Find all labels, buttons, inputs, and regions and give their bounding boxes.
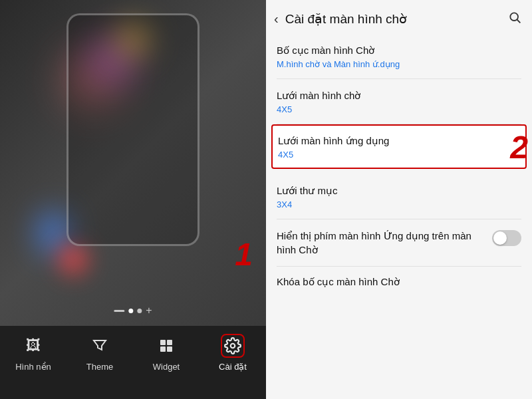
toolbar-item-wallpaper[interactable]: 🖼 Hình nền bbox=[0, 334, 66, 372]
svg-line-6 bbox=[517, 20, 521, 23]
wallpaper-icon: 🖼 bbox=[21, 334, 45, 358]
dot-inactive bbox=[137, 309, 142, 313]
svg-point-4 bbox=[231, 344, 235, 348]
theme-icon bbox=[88, 334, 112, 358]
phone-frame bbox=[66, 13, 200, 246]
svg-rect-1 bbox=[167, 340, 172, 345]
dot-active bbox=[128, 309, 133, 313]
search-button[interactable] bbox=[508, 11, 521, 27]
bottom-toolbar: 🖼 Hình nền Theme Widget bbox=[0, 326, 266, 399]
right-header: ‹ Cài đặt màn hình chờ bbox=[266, 0, 532, 34]
dot-plus: + bbox=[146, 305, 152, 316]
right-panel: ‹ Cài đặt màn hình chờ Bố cục màn hình C… bbox=[266, 0, 532, 399]
settings-icon bbox=[221, 334, 245, 358]
toolbar-item-widget[interactable]: Widget bbox=[133, 334, 200, 372]
settings-item-grid-folder[interactable]: Lưới thư mục 3X4 bbox=[277, 174, 521, 219]
wallpaper-area: + 1 bbox=[0, 0, 266, 326]
toggle-knob bbox=[493, 231, 507, 245]
dot-dash bbox=[114, 310, 124, 312]
settings-item-grid-app[interactable]: Lưới màn hình ứng dụng 4X5 bbox=[271, 124, 527, 169]
grid-home-title: Lưới màn hình chờ bbox=[277, 88, 521, 102]
settings-list: Bố cục màn hình Chờ M.hình chờ và Màn hì… bbox=[266, 34, 532, 399]
settings-label: Cài đặt bbox=[219, 362, 247, 372]
toggle-switch[interactable] bbox=[492, 230, 521, 246]
left-panel: + 1 🖼 Hình nền Theme bbox=[0, 0, 266, 399]
grid-app-subtitle: 4X5 bbox=[278, 150, 520, 160]
settings-item-last[interactable]: Khóa bố cục màn hình Chờ bbox=[277, 267, 521, 297]
svg-rect-3 bbox=[167, 346, 172, 352]
widget-icon bbox=[154, 334, 178, 358]
grid-folder-title: Lưới thư mục bbox=[277, 184, 521, 198]
svg-point-5 bbox=[510, 13, 518, 21]
svg-rect-0 bbox=[160, 340, 166, 345]
grid-app-title: Lưới màn hình ứng dụng bbox=[278, 134, 520, 148]
widget-label: Widget bbox=[153, 362, 180, 372]
toolbar-item-settings[interactable]: Cài đặt bbox=[200, 334, 266, 372]
svg-rect-2 bbox=[160, 346, 166, 352]
settings-item-layout[interactable]: Bố cục màn hình Chờ M.hình chờ và Màn hì… bbox=[277, 34, 521, 79]
page-title: Cài đặt màn hình chờ bbox=[285, 11, 508, 27]
grid-home-subtitle: 4X5 bbox=[277, 104, 521, 114]
layout-title: Bố cục màn hình Chờ bbox=[277, 43, 521, 57]
wallpaper-label: Hình nền bbox=[15, 362, 51, 372]
layout-subtitle: M.hình chờ và Màn hình ứ.dụng bbox=[277, 59, 521, 69]
step-badge-2: 2 bbox=[510, 128, 528, 165]
toolbar-item-theme[interactable]: Theme bbox=[66, 334, 133, 372]
toggle-title: Hiển thị phím màn hình Ứng dụng trên màn… bbox=[277, 229, 492, 257]
settings-item-grid-home[interactable]: Lưới màn hình chờ 4X5 bbox=[277, 79, 521, 124]
settings-item-toggle[interactable]: Hiển thị phím màn hình Ứng dụng trên màn… bbox=[277, 219, 521, 267]
dots-bar: + bbox=[114, 305, 152, 316]
back-button[interactable]: ‹ bbox=[274, 11, 279, 27]
step-badge-1: 1 bbox=[235, 236, 253, 273]
grid-folder-subtitle: 3X4 bbox=[277, 200, 521, 209]
theme-label: Theme bbox=[86, 362, 113, 372]
last-title: Khóa bố cục màn hình Chờ bbox=[277, 276, 400, 287]
